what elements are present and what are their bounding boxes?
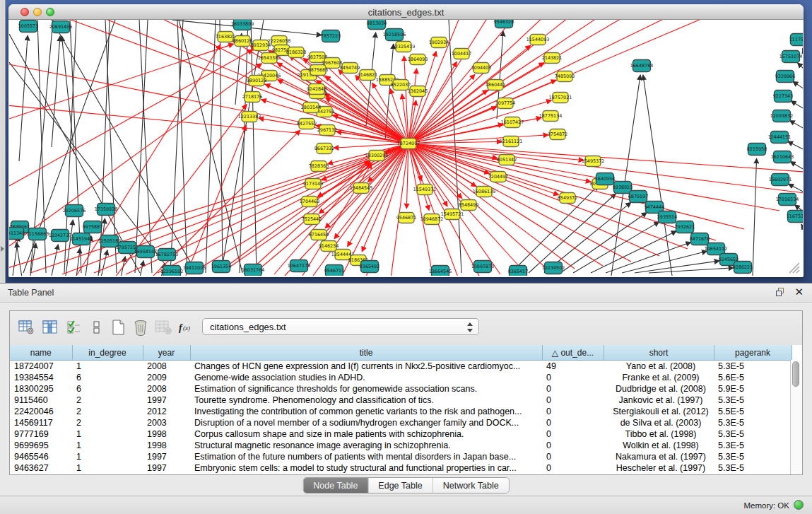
- cell-title[interactable]: Genome-wide association studies in ADHD.: [190, 372, 542, 383]
- cell-in_degree[interactable]: 2: [72, 417, 143, 428]
- cell-year[interactable]: 2008: [143, 361, 190, 373]
- cell-out[interactable]: 49: [542, 361, 604, 373]
- cell-in_degree[interactable]: 1: [72, 440, 143, 451]
- delete-trash-icon[interactable]: [130, 317, 151, 338]
- graph-node[interactable]: 16648784: [630, 60, 654, 72]
- table-row[interactable]: 946554611997Estimation of the future num…: [10, 451, 792, 462]
- cell-title[interactable]: Disruption of a novel member of a sodium…: [190, 417, 542, 428]
- cell-in_degree[interactable]: 1: [72, 451, 143, 462]
- cell-out[interactable]: 0: [542, 428, 604, 440]
- column-header-name[interactable]: name: [10, 345, 72, 361]
- graph-node[interactable]: 20206576: [63, 205, 86, 217]
- cell-pagerank[interactable]: 5.3E-5: [714, 361, 792, 373]
- graph-node[interactable]: 19411005: [183, 262, 206, 274]
- cell-short[interactable]: Hescheler et al. (1997): [604, 462, 714, 474]
- graph-node[interactable]: 17359928: [95, 204, 118, 216]
- network-window-titlebar[interactable]: citations_edges.txt: [8, 4, 804, 20]
- graph-node[interactable]: 1004417: [452, 49, 471, 59]
- row-select-checks-icon[interactable]: [64, 317, 85, 338]
- graph-node[interactable]: 16782753: [155, 249, 179, 261]
- cell-in_degree[interactable]: 1: [72, 462, 143, 474]
- graph-node[interactable]: 12325419: [392, 42, 416, 52]
- graph-node[interactable]: 6716454: [309, 230, 329, 240]
- cell-in_degree[interactable]: 6: [72, 383, 143, 395]
- cell-pagerank[interactable]: 5.3E-5: [714, 462, 792, 474]
- graph-node[interactable]: 6879197: [628, 191, 648, 203]
- graph-node[interactable]: 1704463: [300, 197, 319, 207]
- cell-title[interactable]: Investigating the contribution of common…: [190, 406, 542, 417]
- graph-node[interactable]: 8548499: [459, 200, 478, 211]
- cell-short[interactable]: Franke et al. (2009): [604, 372, 714, 383]
- tab-node-table[interactable]: Node Table: [303, 478, 368, 493]
- graph-node[interactable]: 9754872: [548, 129, 567, 140]
- cell-year[interactable]: 2008: [143, 383, 190, 395]
- table-row[interactable]: 1830029562008Estimation of significance …: [10, 383, 792, 395]
- graph-node[interactable]: 8813034: [367, 20, 387, 30]
- table-row[interactable]: 1872400712008Changes of HCN gene express…: [10, 361, 792, 373]
- graph-node[interactable]: 2935514: [657, 211, 677, 223]
- graph-node[interactable]: 17016534: [776, 194, 799, 206]
- graph-node[interactable]: 8471676: [690, 233, 710, 245]
- table-row[interactable]: 977716911998Corpus callosum shape and si…: [10, 428, 792, 440]
- graph-node[interactable]: 7525442: [302, 214, 322, 225]
- cell-pagerank[interactable]: 5.5E-5: [714, 406, 792, 417]
- cell-year[interactable]: 2003: [143, 417, 190, 428]
- table-scrollbar-thumb[interactable]: [792, 361, 799, 387]
- cell-pagerank[interactable]: 5.3E-5: [714, 428, 792, 440]
- graph-node[interactable]: 11549371: [413, 185, 437, 195]
- cell-year[interactable]: 2009: [143, 372, 190, 383]
- graph-node[interactable]: 10997870: [471, 261, 495, 273]
- cell-title[interactable]: Changes of HCN gene expression and I(f) …: [190, 361, 542, 373]
- cell-pagerank[interactable]: 5.6E-5: [714, 372, 792, 383]
- graph-node[interactable]: 9546328: [494, 20, 514, 28]
- graph-node[interactable]: 2967132: [317, 125, 337, 136]
- cell-name[interactable]: 9465546: [10, 451, 72, 462]
- cell-in_degree[interactable]: 6: [72, 372, 143, 383]
- cell-out[interactable]: 0: [542, 462, 604, 474]
- graph-node[interactable]: 8186328: [286, 47, 306, 58]
- graph-node[interactable]: 19218506: [383, 29, 406, 41]
- graph-node[interactable]: 15751074: [779, 51, 803, 63]
- graph-node[interactable]: 11156863: [26, 228, 49, 240]
- graph-node[interactable]: 9286221: [733, 262, 753, 274]
- graph-node[interactable]: 18775134: [539, 111, 563, 122]
- column-header-title[interactable]: title: [190, 345, 542, 361]
- graph-node[interactable]: 9146821: [358, 70, 377, 81]
- cell-year[interactable]: 1998: [143, 440, 190, 451]
- graph-node[interactable]: 8365417: [508, 266, 528, 276]
- table-settings-icon[interactable]: [16, 317, 37, 338]
- graph-node[interactable]: 1097754: [495, 98, 515, 109]
- graph-node[interactable]: 7485093: [555, 71, 575, 82]
- rows-icon[interactable]: [86, 317, 107, 338]
- graph-node[interactable]: 7204497: [488, 172, 508, 182]
- cell-short[interactable]: Tibbo et al. (1998): [604, 428, 714, 440]
- graph-node[interactable]: 8427552: [297, 119, 317, 129]
- cell-short[interactable]: Jankovic et al. (1997): [604, 395, 714, 406]
- cell-pagerank[interactable]: 5.3E-5: [714, 395, 792, 406]
- graph-node[interactable]: 1864093: [408, 54, 428, 65]
- graph-node[interactable]: 9227343: [773, 90, 793, 103]
- cell-pagerank[interactable]: 5.3E-5: [714, 451, 792, 462]
- cell-short[interactable]: de Silva et al. (2003): [604, 417, 714, 428]
- graph-node[interactable]: 9242848: [307, 84, 326, 95]
- cell-year[interactable]: 1997: [143, 462, 190, 474]
- graph-node[interactable]: 9875685: [308, 65, 328, 76]
- cell-title[interactable]: Estimation of significance thresholds fo…: [190, 383, 542, 395]
- column-header-pagerank[interactable]: pagerank: [714, 345, 792, 361]
- graph-node[interactable]: 13342737: [49, 230, 72, 242]
- new-file-icon[interactable]: [107, 317, 129, 338]
- graph-node[interactable]: 12213383: [238, 112, 261, 122]
- cell-in_degree[interactable]: 1: [72, 361, 143, 373]
- graph-node[interactable]: 12093832: [770, 110, 794, 122]
- cell-out[interactable]: 0: [542, 451, 604, 462]
- graph-node[interactable]: 11544093: [526, 35, 550, 45]
- cell-short[interactable]: Wolkin et al. (1998): [604, 440, 714, 451]
- cell-in_degree[interactable]: 1: [72, 428, 143, 440]
- table-row[interactable]: 1938455462009Genome-wide association stu…: [10, 372, 792, 383]
- cell-title[interactable]: Structural magnetic resonance image aver…: [190, 440, 542, 451]
- cell-year[interactable]: 2012: [143, 406, 190, 417]
- cell-name[interactable]: 22420046: [10, 406, 72, 417]
- cell-out[interactable]: 0: [542, 440, 604, 451]
- tab-network-table[interactable]: Network Table: [433, 478, 509, 493]
- cell-name[interactable]: 9777169: [10, 428, 72, 440]
